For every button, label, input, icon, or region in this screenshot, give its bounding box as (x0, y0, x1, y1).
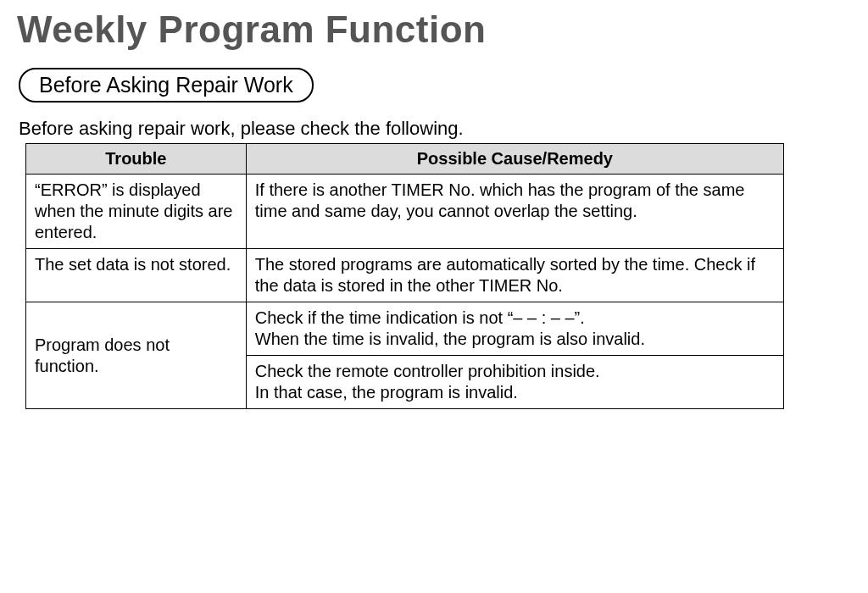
cell-remedy: Check if the time indication is not “– –… (246, 302, 783, 356)
page-title: Weekly Program Function (17, 8, 851, 51)
cell-remedy: The stored programs are automatically so… (246, 249, 783, 302)
cell-trouble: Program does not function. (26, 302, 247, 409)
table-row: “ERROR” is displayed when the minute dig… (26, 175, 784, 249)
cell-trouble: The set data is not stored. (26, 249, 247, 302)
table-row: The set data is not stored. The stored p… (26, 249, 784, 302)
header-remedy: Possible Cause/Remedy (246, 144, 783, 175)
header-trouble: Trouble (26, 144, 247, 175)
table-header-row: Trouble Possible Cause/Remedy (26, 144, 784, 175)
table-row: Program does not function. Check if the … (26, 302, 784, 356)
cell-remedy: If there is another TIMER No. which has … (246, 175, 783, 249)
cell-remedy: Check the remote controller prohibition … (246, 356, 783, 409)
trouble-table: Trouble Possible Cause/Remedy “ERROR” is… (25, 143, 784, 409)
cell-trouble: “ERROR” is displayed when the minute dig… (26, 175, 247, 249)
intro-text: Before asking repair work, please check … (19, 118, 851, 140)
section-header: Before Asking Repair Work (19, 68, 314, 103)
